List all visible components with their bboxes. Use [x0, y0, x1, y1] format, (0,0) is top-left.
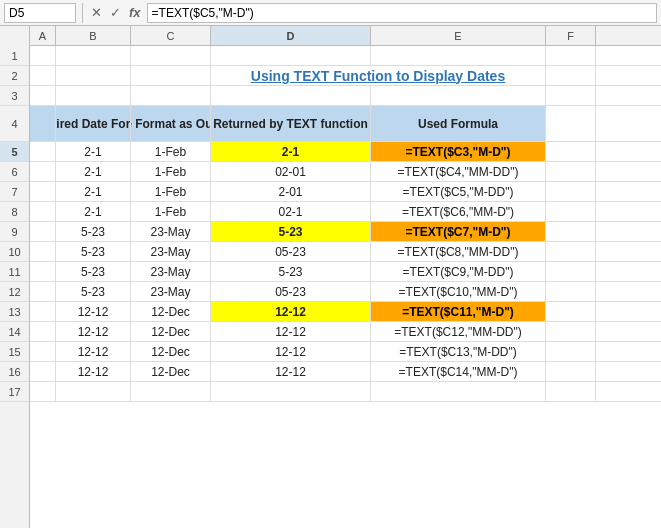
cell-c7[interactable]: 1-Feb [131, 182, 211, 201]
cell-d10[interactable]: 05-23 [211, 242, 371, 261]
cell-f14[interactable] [546, 322, 596, 341]
cell-e6[interactable]: =TEXT($C4,"MM-DD") [371, 162, 546, 181]
cell-b16[interactable]: 12-12 [56, 362, 131, 381]
cell-d3[interactable] [211, 86, 371, 105]
row-header-6[interactable]: 6 [0, 162, 29, 182]
cell-d1[interactable] [211, 46, 371, 65]
cell-e4[interactable]: Used Formula [371, 106, 546, 141]
cell-b17[interactable] [56, 382, 131, 401]
cell-a4[interactable] [30, 106, 56, 141]
cell-a14[interactable] [30, 322, 56, 341]
cell-c9[interactable]: 23-May [131, 222, 211, 241]
cell-c12[interactable]: 23-May [131, 282, 211, 301]
cell-b6[interactable]: 2-1 [56, 162, 131, 181]
col-header-b[interactable]: B [56, 26, 131, 45]
cell-f1[interactable] [546, 46, 596, 65]
row-header-13[interactable]: 13 [0, 302, 29, 322]
cell-d15[interactable]: 12-12 [211, 342, 371, 361]
cell-a1[interactable] [30, 46, 56, 65]
cell-c5[interactable]: 1-Feb [131, 142, 211, 161]
cell-e5[interactable]: =TEXT($C3,"M-D") [371, 142, 546, 161]
cell-e8[interactable]: =TEXT($C6,"MM-D") [371, 202, 546, 221]
cell-c13[interactable]: 12-Dec [131, 302, 211, 321]
row-header-4[interactable]: 4 [0, 106, 29, 142]
row-header-2[interactable]: 2 [0, 66, 29, 86]
cell-e14[interactable]: =TEXT($C12,"MM-DD") [371, 322, 546, 341]
row-header-15[interactable]: 15 [0, 342, 29, 362]
cell-f9[interactable] [546, 222, 596, 241]
cell-b5[interactable]: 2-1 [56, 142, 131, 161]
cell-c10[interactable]: 23-May [131, 242, 211, 261]
cell-a2[interactable] [30, 66, 56, 85]
cell-a11[interactable] [30, 262, 56, 281]
cell-e17[interactable] [371, 382, 546, 401]
cell-b15[interactable]: 12-12 [56, 342, 131, 361]
cell-d13[interactable]: 12-12 [211, 302, 371, 321]
cell-c14[interactable]: 12-Dec [131, 322, 211, 341]
cell-f12[interactable] [546, 282, 596, 301]
cell-f4[interactable] [546, 106, 596, 141]
cell-e13[interactable]: =TEXT($C11,"M-D") [371, 302, 546, 321]
cell-c1[interactable] [131, 46, 211, 65]
cancel-icon[interactable]: ✕ [89, 5, 104, 20]
col-header-f[interactable]: F [546, 26, 596, 45]
cell-d2-title[interactable]: Using TEXT Function to Display Dates [211, 66, 546, 85]
cell-f7[interactable] [546, 182, 596, 201]
insert-function-icon[interactable]: fx [127, 5, 143, 20]
cell-e11[interactable]: =TEXT($C9,"M-DD") [371, 262, 546, 281]
cell-f11[interactable] [546, 262, 596, 281]
row-header-7[interactable]: 7 [0, 182, 29, 202]
row-header-14[interactable]: 14 [0, 322, 29, 342]
cell-a15[interactable] [30, 342, 56, 361]
cell-d6[interactable]: 02-01 [211, 162, 371, 181]
cell-reference-box[interactable]: D5 [4, 3, 76, 23]
cell-a3[interactable] [30, 86, 56, 105]
cell-b7[interactable]: 2-1 [56, 182, 131, 201]
cell-f17[interactable] [546, 382, 596, 401]
cell-f5[interactable] [546, 142, 596, 161]
cell-b13[interactable]: 12-12 [56, 302, 131, 321]
row-header-11[interactable]: 11 [0, 262, 29, 282]
cell-d5[interactable]: 2-1 [211, 142, 371, 161]
cell-e16[interactable]: =TEXT($C14,"MM-D") [371, 362, 546, 381]
cell-f6[interactable] [546, 162, 596, 181]
cell-d16[interactable]: 12-12 [211, 362, 371, 381]
cell-a17[interactable] [30, 382, 56, 401]
row-header-8[interactable]: 8 [0, 202, 29, 222]
cell-b8[interactable]: 2-1 [56, 202, 131, 221]
col-header-d[interactable]: D [211, 26, 371, 45]
confirm-icon[interactable]: ✓ [108, 5, 123, 20]
cell-c15[interactable]: 12-Dec [131, 342, 211, 361]
col-header-c[interactable]: C [131, 26, 211, 45]
row-header-1[interactable]: 1 [0, 46, 29, 66]
row-header-12[interactable]: 12 [0, 282, 29, 302]
cell-d8[interactable]: 02-1 [211, 202, 371, 221]
cell-e12[interactable]: =TEXT($C10,"MM-D") [371, 282, 546, 301]
formula-input[interactable] [147, 3, 657, 23]
cell-b11[interactable]: 5-23 [56, 262, 131, 281]
cell-a13[interactable] [30, 302, 56, 321]
col-header-a[interactable]: A [30, 26, 56, 45]
cell-b9[interactable]: 5-23 [56, 222, 131, 241]
cell-f16[interactable] [546, 362, 596, 381]
row-header-3[interactable]: 3 [0, 86, 29, 106]
cell-a5[interactable] [30, 142, 56, 161]
cell-d14[interactable]: 12-12 [211, 322, 371, 341]
cell-c4[interactable]: Date Format as Output [131, 106, 211, 141]
cell-c2[interactable] [131, 66, 211, 85]
row-header-5[interactable]: 5 [0, 142, 29, 162]
cell-a7[interactable] [30, 182, 56, 201]
cell-a9[interactable] [30, 222, 56, 241]
cell-c6[interactable]: 1-Feb [131, 162, 211, 181]
cell-c8[interactable]: 1-Feb [131, 202, 211, 221]
cell-f3[interactable] [546, 86, 596, 105]
cell-e10[interactable]: =TEXT($C8,"MM-DD") [371, 242, 546, 261]
cell-d11[interactable]: 5-23 [211, 262, 371, 281]
cell-b2[interactable] [56, 66, 131, 85]
row-header-9[interactable]: 9 [0, 222, 29, 242]
cell-a6[interactable] [30, 162, 56, 181]
cell-a12[interactable] [30, 282, 56, 301]
cell-d17[interactable] [211, 382, 371, 401]
row-header-17[interactable]: 17 [0, 382, 29, 402]
cell-b12[interactable]: 5-23 [56, 282, 131, 301]
